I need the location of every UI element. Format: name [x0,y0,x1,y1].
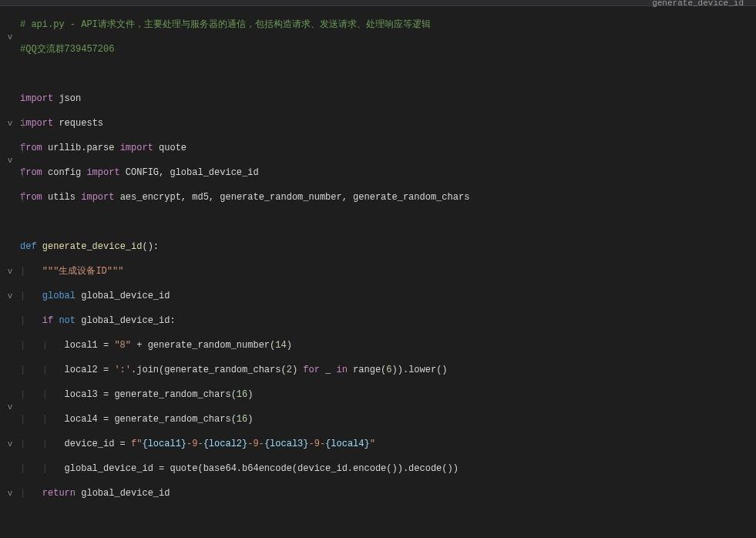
code-line[interactable]: |from config import CONFIG, global_devic… [20,166,756,179]
code-area[interactable]: # api.py - API请求文件，主要处理与服务器的通信，包括构造请求、发送… [20,6,756,538]
code-line[interactable] [20,512,756,524]
code-line[interactable]: |import requests [20,117,756,129]
code-line[interactable]: | | device_id = f"{local1}-9-{local2}-9-… [20,438,756,450]
code-line[interactable]: |from urllib.parse import quote [20,142,756,154]
code-line[interactable]: def generate_device_id(): [20,240,756,253]
code-line[interactable]: # api.py - API请求文件，主要处理与服务器的通信，包括构造请求、发送… [20,18,756,31]
code-line[interactable]: import json [20,92,756,105]
code-line[interactable]: | if not global_device_id: [20,314,756,327]
code-line[interactable]: | | local4 = generate_random_chars(16) [20,413,756,425]
code-line[interactable] [20,216,756,228]
breadcrumb-bar: generate_device_id [0,0,756,6]
code-line[interactable]: | """生成设备ID""" [20,265,756,277]
code-editor[interactable]: v v v v v v v v [0,6,756,538]
fold-icon[interactable]: v [0,31,20,43]
fold-icon[interactable]: v [0,117,20,129]
fold-icon[interactable]: v [0,290,20,302]
code-line[interactable]: | | local1 = "8" + generate_random_numbe… [20,339,756,351]
fold-icon[interactable]: v [0,401,20,413]
code-line[interactable]: |from utils import aes_encrypt, md5, gen… [20,191,756,203]
code-line[interactable]: | | local3 = generate_random_chars(16) [20,388,756,401]
code-line[interactable] [20,68,756,80]
code-line[interactable]: #QQ交流群739457206 [20,43,756,55]
fold-icon[interactable]: v [0,487,20,499]
fold-icon[interactable]: v [0,154,20,166]
code-line[interactable]: | | global_device_id = quote(base64.b64e… [20,462,756,475]
code-line[interactable]: | global global_device_id [20,290,756,302]
fold-icon[interactable]: v [0,438,20,450]
fold-icon[interactable]: v [0,265,20,277]
code-line[interactable]: | return global_device_id [20,487,756,499]
code-line[interactable]: | | local2 = ':'.join(generate_random_ch… [20,364,756,376]
gutter: v v v v v v v v [0,6,20,538]
